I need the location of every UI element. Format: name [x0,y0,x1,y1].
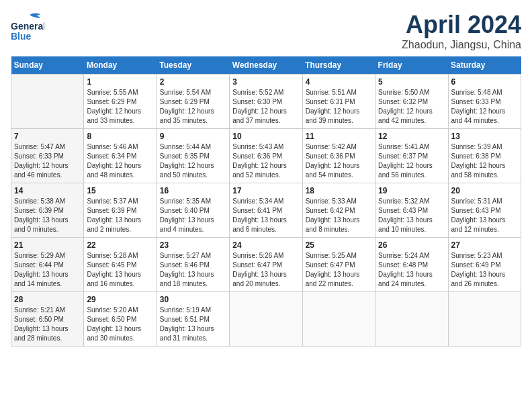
calendar-week-row: 1Sunrise: 5:55 AMSunset: 6:29 PMDaylight… [11,75,521,129]
day-info: Sunrise: 5:50 AMSunset: 6:32 PMDaylight:… [378,89,433,124]
calendar-day-cell: 16Sunrise: 5:35 AMSunset: 6:40 PMDayligh… [157,183,229,238]
day-number: 11 [306,132,372,141]
day-info: Sunrise: 5:38 AMSunset: 6:39 PMDaylight:… [14,197,69,233]
day-info: Sunrise: 5:35 AMSunset: 6:40 PMDaylight:… [160,197,214,233]
logo-svg: GeneralBlue [11,11,44,41]
day-info: Sunrise: 5:55 AMSunset: 6:29 PMDaylight:… [87,89,141,124]
day-number: 4 [306,77,372,87]
calendar-day-cell: 14Sunrise: 5:38 AMSunset: 6:39 PMDayligh… [11,183,84,238]
svg-text:General: General [11,21,44,32]
day-info: Sunrise: 5:28 AMSunset: 6:45 PMDaylight:… [87,252,141,287]
calendar-day-cell: 3Sunrise: 5:52 AMSunset: 6:30 PMDaylight… [230,75,302,129]
calendar-day-cell [230,292,302,347]
day-info: Sunrise: 5:48 AMSunset: 6:33 PMDaylight:… [451,89,506,124]
calendar-day-cell: 6Sunrise: 5:48 AMSunset: 6:33 PMDaylight… [448,75,521,129]
logo: GeneralBlue [11,11,44,41]
weekday-header-wednesday: Wednesday [230,56,302,75]
calendar-day-cell: 11Sunrise: 5:42 AMSunset: 6:36 PMDayligh… [302,129,375,183]
calendar-day-cell: 28Sunrise: 5:21 AMSunset: 6:50 PMDayligh… [11,292,84,347]
weekday-header-friday: Friday [375,56,448,75]
day-number: 19 [378,186,445,195]
day-number: 17 [232,186,299,195]
day-number: 26 [378,240,445,250]
calendar-week-row: 28Sunrise: 5:21 AMSunset: 6:50 PMDayligh… [11,292,521,347]
day-info: Sunrise: 5:19 AMSunset: 6:51 PMDaylight:… [160,306,214,342]
day-info: Sunrise: 5:54 AMSunset: 6:29 PMDaylight:… [160,89,214,124]
calendar-day-cell: 4Sunrise: 5:51 AMSunset: 6:31 PMDaylight… [302,75,375,129]
calendar-day-cell: 2Sunrise: 5:54 AMSunset: 6:29 PMDaylight… [157,75,229,129]
calendar-day-cell: 15Sunrise: 5:37 AMSunset: 6:39 PMDayligh… [84,183,157,238]
day-number: 3 [232,77,299,87]
day-number: 2 [160,77,226,87]
weekday-header-monday: Monday [84,56,157,75]
calendar-day-cell [11,75,84,129]
day-number: 7 [14,132,81,141]
calendar-day-cell: 30Sunrise: 5:19 AMSunset: 6:51 PMDayligh… [157,292,229,347]
calendar-day-cell: 26Sunrise: 5:24 AMSunset: 6:48 PMDayligh… [375,238,448,292]
weekday-header-sunday: Sunday [11,56,84,75]
calendar-day-cell: 13Sunrise: 5:39 AMSunset: 6:38 PMDayligh… [448,129,521,183]
calendar-day-cell: 27Sunrise: 5:23 AMSunset: 6:49 PMDayligh… [448,238,521,292]
day-number: 14 [14,186,81,195]
calendar-day-cell [302,292,375,347]
calendar-day-cell: 12Sunrise: 5:41 AMSunset: 6:37 PMDayligh… [375,129,448,183]
day-number: 13 [451,132,518,141]
day-info: Sunrise: 5:32 AMSunset: 6:43 PMDaylight:… [378,197,433,233]
day-info: Sunrise: 5:26 AMSunset: 6:47 PMDaylight:… [232,252,287,287]
day-number: 16 [160,186,226,195]
day-number: 9 [160,132,226,141]
day-number: 23 [160,240,226,250]
calendar-day-cell: 22Sunrise: 5:28 AMSunset: 6:45 PMDayligh… [84,238,157,292]
title-block: April 2024 Zhaodun, Jiangsu, China [402,11,521,51]
calendar-subtitle: Zhaodun, Jiangsu, China [402,39,521,51]
day-info: Sunrise: 5:42 AMSunset: 6:36 PMDaylight:… [306,143,360,179]
day-number: 10 [232,132,299,141]
day-info: Sunrise: 5:31 AMSunset: 6:43 PMDaylight:… [451,197,506,233]
calendar-day-cell: 18Sunrise: 5:33 AMSunset: 6:42 PMDayligh… [302,183,375,238]
day-info: Sunrise: 5:51 AMSunset: 6:31 PMDaylight:… [306,89,360,124]
day-number: 30 [160,295,226,304]
day-number: 22 [87,240,153,250]
day-number: 25 [306,240,372,250]
svg-text:Blue: Blue [11,31,32,41]
day-info: Sunrise: 5:33 AMSunset: 6:42 PMDaylight:… [306,197,360,233]
day-info: Sunrise: 5:24 AMSunset: 6:48 PMDaylight:… [378,252,433,287]
calendar-title: April 2024 [402,11,521,39]
page-header: GeneralBlue April 2024 Zhaodun, Jiangsu,… [11,11,521,51]
day-number: 1 [87,77,153,87]
calendar-day-cell: 19Sunrise: 5:32 AMSunset: 6:43 PMDayligh… [375,183,448,238]
day-info: Sunrise: 5:21 AMSunset: 6:50 PMDaylight:… [14,306,69,342]
calendar-day-cell: 21Sunrise: 5:29 AMSunset: 6:44 PMDayligh… [11,238,84,292]
calendar-day-cell: 10Sunrise: 5:43 AMSunset: 6:36 PMDayligh… [230,129,302,183]
calendar-day-cell: 17Sunrise: 5:34 AMSunset: 6:41 PMDayligh… [230,183,302,238]
calendar-day-cell: 1Sunrise: 5:55 AMSunset: 6:29 PMDaylight… [84,75,157,129]
weekday-header-row: SundayMondayTuesdayWednesdayThursdayFrid… [11,56,521,75]
day-info: Sunrise: 5:43 AMSunset: 6:36 PMDaylight:… [232,143,287,179]
day-info: Sunrise: 5:44 AMSunset: 6:35 PMDaylight:… [160,143,214,179]
day-number: 21 [14,240,81,250]
calendar-day-cell [448,292,521,347]
day-info: Sunrise: 5:29 AMSunset: 6:44 PMDaylight:… [14,252,69,287]
day-number: 6 [451,77,518,87]
calendar-day-cell: 25Sunrise: 5:25 AMSunset: 6:47 PMDayligh… [302,238,375,292]
day-info: Sunrise: 5:25 AMSunset: 6:47 PMDaylight:… [306,252,360,287]
calendar-day-cell: 9Sunrise: 5:44 AMSunset: 6:35 PMDaylight… [157,129,229,183]
day-info: Sunrise: 5:41 AMSunset: 6:37 PMDaylight:… [378,143,433,179]
weekday-header-saturday: Saturday [448,56,521,75]
day-info: Sunrise: 5:47 AMSunset: 6:33 PMDaylight:… [14,143,69,179]
day-number: 27 [451,240,518,250]
calendar-day-cell: 8Sunrise: 5:46 AMSunset: 6:34 PMDaylight… [84,129,157,183]
day-info: Sunrise: 5:37 AMSunset: 6:39 PMDaylight:… [87,197,141,233]
calendar-day-cell: 29Sunrise: 5:20 AMSunset: 6:50 PMDayligh… [84,292,157,347]
day-info: Sunrise: 5:27 AMSunset: 6:46 PMDaylight:… [160,252,214,287]
day-info: Sunrise: 5:23 AMSunset: 6:49 PMDaylight:… [451,252,506,287]
day-number: 15 [87,186,153,195]
day-number: 8 [87,132,153,141]
weekday-header-tuesday: Tuesday [157,56,229,75]
calendar-day-cell: 20Sunrise: 5:31 AMSunset: 6:43 PMDayligh… [448,183,521,238]
calendar-day-cell: 23Sunrise: 5:27 AMSunset: 6:46 PMDayligh… [157,238,229,292]
calendar-table: SundayMondayTuesdayWednesdayThursdayFrid… [11,56,521,347]
calendar-day-cell: 7Sunrise: 5:47 AMSunset: 6:33 PMDaylight… [11,129,84,183]
day-info: Sunrise: 5:34 AMSunset: 6:41 PMDaylight:… [232,197,287,233]
calendar-week-row: 14Sunrise: 5:38 AMSunset: 6:39 PMDayligh… [11,183,521,238]
